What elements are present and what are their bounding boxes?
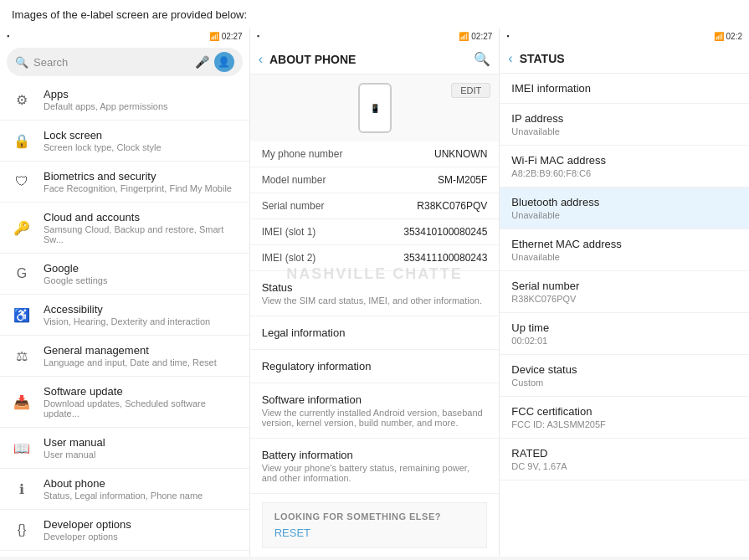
phone-image: 📱: [358, 83, 392, 133]
about-menu-item[interactable]: Battery information View your phone's ba…: [250, 439, 500, 494]
screens-container: ▪ 📶 02:27 🔍 Search 🎤 👤 ⚙ Apps Default ap…: [0, 28, 749, 557]
info-row: IMEI (slot 1) 353410100080245: [250, 219, 500, 245]
status-row[interactable]: Serial number R38KC076PQV: [500, 271, 749, 313]
info-value: 353410100080245: [403, 226, 487, 238]
settings-item[interactable]: {} Developer options Developer options: [0, 510, 249, 551]
settings-item-subtitle: User manual: [44, 450, 239, 460]
settings-item-icon: 📥: [10, 390, 33, 414]
settings-item-title: Lock screen: [44, 129, 239, 141]
settings-item[interactable]: ♿ Accessibility Vision, Hearing, Dexteri…: [0, 295, 249, 336]
info-label: Serial number: [262, 200, 325, 212]
settings-item-subtitle: Developer options: [44, 532, 239, 542]
settings-item-icon: 🔑: [10, 216, 33, 239]
settings-item-subtitle: Status, Legal information, Phone name: [44, 491, 239, 501]
info-value: R38KC076PQV: [417, 200, 487, 212]
small-icon-2: ▪: [257, 32, 259, 40]
status-row[interactable]: Ethernet MAC address Unavailable: [500, 229, 749, 271]
settings-item[interactable]: ℹ About phone Status, Legal information,…: [0, 469, 249, 510]
info-row: Serial number R38KC076PQV: [250, 193, 500, 219]
search-icon-2[interactable]: 🔍: [474, 51, 490, 67]
settings-item-subtitle: Download updates, Scheduled software upd…: [44, 398, 239, 419]
about-menu-item[interactable]: Software information View the currently …: [250, 383, 500, 439]
settings-screen: ▪ 📶 02:27 🔍 Search 🎤 👤 ⚙ Apps Default ap…: [0, 28, 249, 557]
settings-item[interactable]: 🔒 Lock screen Screen lock type, Clock st…: [0, 121, 249, 162]
signal-icon-3: 📶: [714, 32, 724, 41]
search-bar[interactable]: 🔍 Search 🎤 👤: [7, 48, 243, 76]
menu-item-subtitle: View the currently installed Android ver…: [262, 408, 488, 428]
status-row-value: Unavailable: [511, 126, 737, 136]
menu-item-title: Legal information: [262, 326, 488, 339]
status-row[interactable]: RATED DC 9V, 1.67A: [500, 439, 749, 480]
search-icons: 🎤 👤: [195, 52, 234, 72]
status-row[interactable]: IP address Unavailable: [500, 104, 749, 146]
settings-item-subtitle: Default apps, App permissions: [44, 101, 239, 111]
settings-item[interactable]: 📥 Software update Download updates, Sche…: [0, 377, 249, 428]
info-label: My phone number: [262, 148, 343, 160]
status-row-title: Wi-Fi MAC address: [511, 154, 737, 167]
settings-item-icon: {}: [10, 518, 33, 542]
mic-icon[interactable]: 🎤: [195, 55, 209, 69]
settings-item[interactable]: 🔑 Cloud and accounts Samsung Cloud, Back…: [0, 203, 249, 254]
reset-link[interactable]: RESET: [274, 527, 475, 539]
search-placeholder[interactable]: Search: [33, 56, 190, 69]
settings-item-icon: ⚖: [10, 344, 33, 367]
settings-list: ⚙ Apps Default apps, App permissions 🔒 L…: [0, 80, 249, 557]
about-phone-content: 📱 EDIT My phone number UNKNOWN Model num…: [250, 74, 500, 557]
status-screen: ▪ 📶 02:2 ‹ STATUS IMEI information IP ad…: [500, 28, 749, 557]
status-row-value: 00:02:01: [511, 336, 737, 346]
settings-item[interactable]: ⚖ General management Language and input,…: [0, 336, 249, 377]
status-row-value: R38KC076PQV: [511, 294, 737, 304]
phone-image-area: 📱 EDIT: [250, 74, 500, 141]
status-row[interactable]: Bluetooth address Unavailable: [500, 188, 749, 229]
settings-item-subtitle: Samsung Cloud, Backup and restore, Smart…: [44, 224, 239, 244]
about-phone-title: ABOUT PHONE: [269, 53, 467, 66]
small-icon-3: ▪: [506, 32, 509, 40]
info-label: IMEI (slot 1): [262, 226, 316, 238]
signal-icon-1: 📶: [209, 32, 219, 41]
time-3: 02:2: [726, 32, 742, 41]
signal-icon-2: 📶: [459, 32, 469, 41]
menu-item-title: Status: [262, 281, 488, 294]
status-row-value: FCC ID: A3LSMM205F: [511, 419, 737, 429]
back-button-3[interactable]: ‹: [508, 51, 512, 66]
back-button-2[interactable]: ‹: [259, 52, 263, 67]
status-row[interactable]: FCC certification FCC ID: A3LSMM205F: [500, 397, 749, 439]
status-bar-2: ▪ 📶 02:27: [250, 28, 500, 44]
status-bar-right-2: 📶 02:27: [459, 32, 492, 41]
about-menu-item[interactable]: Regulatory information: [250, 350, 500, 383]
settings-item[interactable]: ⚙ Apps Default apps, App permissions: [0, 80, 249, 121]
menu-item-subtitle: View your phone's battery status, remain…: [262, 463, 488, 483]
looking-for-label: LOOKING FOR SOMETHING ELSE?: [274, 511, 475, 521]
status-row-title: Up time: [511, 321, 737, 334]
status-row[interactable]: Device status Custom: [500, 355, 749, 397]
settings-item-title: Developer options: [44, 518, 239, 531]
info-row: IMEI (slot 2) 353411100080243: [250, 245, 500, 271]
about-menu-item[interactable]: Legal information: [250, 316, 500, 350]
status-row-title: FCC certification: [511, 405, 737, 418]
status-row-title: Device status: [511, 363, 737, 376]
settings-item-title: General management: [44, 344, 239, 357]
settings-item[interactable]: 📖 User manual User manual: [0, 428, 249, 469]
settings-item-title: Apps: [44, 88, 239, 100]
status-row[interactable]: Wi-Fi MAC address A8:2B:B9:60:F8:C6: [500, 146, 749, 188]
status-row-value: DC 9V, 1.67A: [511, 461, 737, 471]
settings-item-title: About phone: [44, 477, 239, 490]
looking-for-box: LOOKING FOR SOMETHING ELSE? RESET: [262, 502, 488, 548]
status-bar-left-3: ▪: [506, 32, 509, 40]
about-menu-item[interactable]: Status View the SIM card status, IMEI, a…: [250, 271, 500, 316]
menu-item-subtitle: View the SIM card status, IMEI, and othe…: [262, 295, 488, 306]
contacts-icon[interactable]: 👤: [214, 52, 234, 72]
settings-item-title: Accessibility: [44, 303, 239, 316]
menu-items: Status View the SIM card status, IMEI, a…: [250, 271, 500, 494]
settings-item-icon: 🛡: [10, 170, 33, 193]
status-row[interactable]: Up time 00:02:01: [500, 313, 749, 355]
edit-button[interactable]: EDIT: [451, 83, 490, 98]
status-bar-left-1: ▪: [7, 32, 9, 40]
status-row-title: Ethernet MAC address: [511, 238, 737, 250]
status-row-value: Unavailable: [511, 252, 737, 262]
status-row[interactable]: IMEI information: [500, 74, 749, 104]
settings-item-icon: 📖: [10, 436, 33, 460]
settings-item[interactable]: 🛡 Biometrics and security Face Recogniti…: [0, 162, 249, 203]
settings-item[interactable]: G Google Google settings: [0, 254, 249, 295]
status-bar-1: ▪ 📶 02:27: [0, 28, 249, 44]
